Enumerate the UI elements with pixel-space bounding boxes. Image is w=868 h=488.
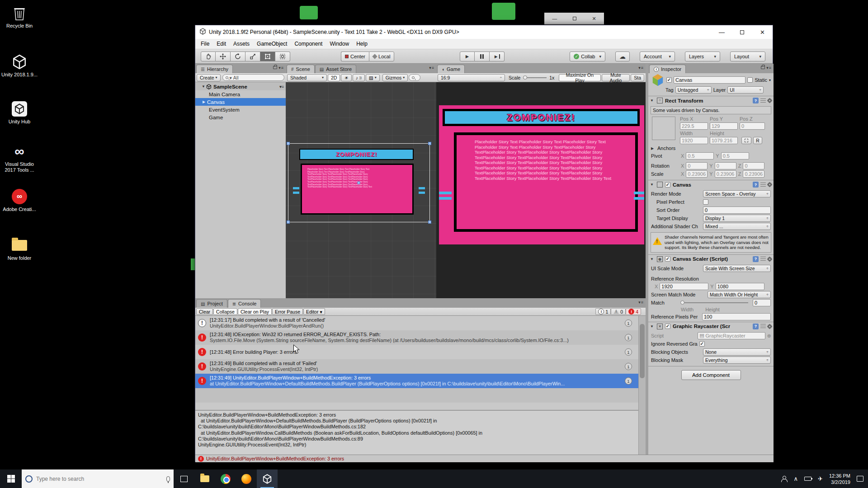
static-dropdown-icon[interactable]: ▾ [769,78,771,82]
desktop-icon-adobe[interactable]: ∞ Adobe Creati... [0,188,39,212]
layers-dropdown[interactable]: Layers [685,52,720,61]
presets-icon[interactable] [760,257,766,261]
ref-pixels-field[interactable]: 100 [702,313,771,320]
help-icon[interactable]: ? [753,256,759,262]
menu-assets[interactable]: Assets [230,41,253,47]
additional-shader-dropdown[interactable]: Mixed ... [703,223,771,230]
scene-pane-menu[interactable]: ▾≡ [429,66,434,70]
shading-mode-dropdown[interactable]: Shaded▾ [287,74,327,81]
transform-tool-button[interactable] [275,52,290,61]
tray-expand-icon[interactable]: ∧ [793,475,798,482]
rotation-y-field[interactable]: 0 [715,162,736,169]
object-picker-icon[interactable]: ◎ [767,333,771,338]
maximize-button[interactable] [732,25,752,39]
scale-slider[interactable] [523,77,547,78]
rotate-tool-button[interactable] [231,52,245,61]
error-pause-button[interactable]: Error Pause [272,308,303,315]
add-component-button[interactable]: Add Component [681,370,741,380]
desktop-icon-unity-hub[interactable]: Unity Hub [0,100,39,125]
canvas-enabled-checkbox[interactable] [665,182,670,188]
inspector-pane-menu[interactable]: ▾≡ [761,66,772,70]
log-entry[interactable]: ! [12:31:17] Build completed with a resu… [195,316,638,330]
log-entry[interactable]: ! [12:31:48] Error building Player: 3 er… [195,345,638,359]
tab-project[interactable]: ▤Project [196,299,227,308]
screen-match-mode-dropdown[interactable]: Match Width Or Height [708,291,771,298]
log-entry[interactable]: ! [12:31:48] IOException: Win32 IO retur… [195,330,638,345]
collapse-button[interactable]: Collapse [213,308,237,315]
rect-transform-header[interactable]: ▼ ⁘ Rect Transform ? [648,96,774,105]
pivot-center-button[interactable]: Center [341,52,369,61]
gear-icon[interactable] [768,324,772,328]
hand-tool-button[interactable] [201,52,216,61]
info-count[interactable]: !1 [595,308,611,315]
menu-component[interactable]: Component [291,41,326,47]
collab-dropdown[interactable]: ✓ Collab [570,52,605,61]
audio-toggle-button[interactable]: ♪)) [353,74,365,81]
match-value-field[interactable]: 0 [753,299,771,306]
window-titlebar[interactable]: Unity 2018.1.9f2 Personal (64bit) - Samp… [195,25,773,39]
hierarchy-item-eventsystem[interactable]: EventSystem [195,106,286,113]
hierarchy-search-input[interactable]: ▾ All [222,74,284,81]
gameobject-active-checkbox[interactable] [666,77,672,83]
create-dropdown[interactable]: Create▾ [197,74,221,81]
scale-y-field[interactable]: 0.23906 [715,170,736,178]
ref-res-x-field[interactable]: 1920 [660,283,708,290]
rotation-x-field[interactable]: 0 [686,162,708,169]
pivot-x-field[interactable]: 0.5 [686,152,714,160]
rect-handle-top-left[interactable] [287,142,290,145]
hierarchy-item-game[interactable]: Game [195,113,286,121]
ui-scale-mode-dropdown[interactable]: Scale With Screen Size [703,265,771,272]
people-icon[interactable] [781,476,787,482]
scene-story-panel[interactable]: Placeholder Story Text Placeholder Story… [301,164,414,215]
anchors-foldout[interactable]: Anchors [657,145,675,151]
console-detail-pane[interactable]: UnityEditor.BuildPlayerWindow+BuildMetho… [195,410,638,455]
game-pane-menu[interactable]: ▾≡ [638,66,644,70]
render-mode-dropdown[interactable]: Screen Space - Overlay [703,190,771,197]
aspect-ratio-dropdown[interactable]: 16:9÷ [438,74,505,81]
gizmos-dropdown[interactable]: Gizmos▾ [382,74,408,81]
presets-icon[interactable] [760,99,766,103]
pos-x-field[interactable]: 229.5 [680,122,708,130]
raw-edit-button[interactable]: R [753,137,762,144]
static-checkbox[interactable] [747,77,753,83]
pos-z-field[interactable]: 0 [740,122,765,130]
file-explorer-button[interactable] [194,469,215,488]
sort-order-field[interactable]: 0 [703,206,771,214]
foldout-open-icon[interactable]: ▼ [650,324,655,328]
desktop-icon-new-folder[interactable]: New folder [0,237,39,261]
menu-edit[interactable]: Edit [213,41,230,47]
layer-dropdown[interactable]: UI [727,86,764,94]
scene-menu-icon[interactable]: ▾≡ [279,84,284,89]
minimize-button[interactable]: — [712,25,732,39]
ref-res-y-field[interactable]: 1080 [716,283,764,290]
mute-audio-button[interactable]: Mute Audio [602,74,630,81]
presets-icon[interactable] [760,183,766,187]
scene-canvas-gizmo[interactable]: ZOMPONIEZ! Placeholder Story Text Placeh… [288,143,430,222]
gear-icon[interactable] [768,183,772,187]
width-field[interactable]: 1920 [680,137,708,144]
scene-viewport[interactable]: ZOMPONIEZ! Placeholder Story Text Placeh… [286,82,436,298]
chrome-button[interactable] [215,469,236,488]
tag-dropdown[interactable]: Untagged [675,86,712,94]
canvas-component-header[interactable]: ▼ Canvas ? [648,180,774,189]
cloud-services-button[interactable]: ☁ [615,52,630,61]
desktop-icon-recycle-bin[interactable]: Recycle Bin [0,5,39,29]
graphic-raycaster-header[interactable]: ▼ ✕ Graphic Raycaster (Scr ? [648,322,774,331]
console-pane-menu[interactable]: ▾≡ [638,300,644,305]
game-viewport[interactable]: ZOMPONIEZ! Placeholder Story Text Placeh… [436,82,646,298]
menu-file[interactable]: File [197,41,213,47]
tab-hierarchy[interactable]: ☰ Hierarchy [196,65,233,73]
pixel-perfect-checkbox[interactable] [703,199,708,205]
action-center-icon[interactable] [857,476,863,482]
menu-help[interactable]: Help [353,41,371,47]
task-view-button[interactable] [174,469,194,488]
desktop-icon-unity[interactable]: Unity 2018.1.9... [0,53,39,78]
hierarchy-item-main-camera[interactable]: Main Camera [195,90,286,98]
2d-toggle-button[interactable]: 2D [328,74,340,81]
blueprint-mode-button[interactable] [741,137,751,144]
scene-search-input[interactable] [409,74,420,81]
maximize-on-play-button[interactable]: Maximize On Play [559,74,600,81]
play-button[interactable]: ► [460,52,475,61]
move-tool-button[interactable] [216,52,231,61]
scale-tool-button[interactable] [245,52,260,61]
